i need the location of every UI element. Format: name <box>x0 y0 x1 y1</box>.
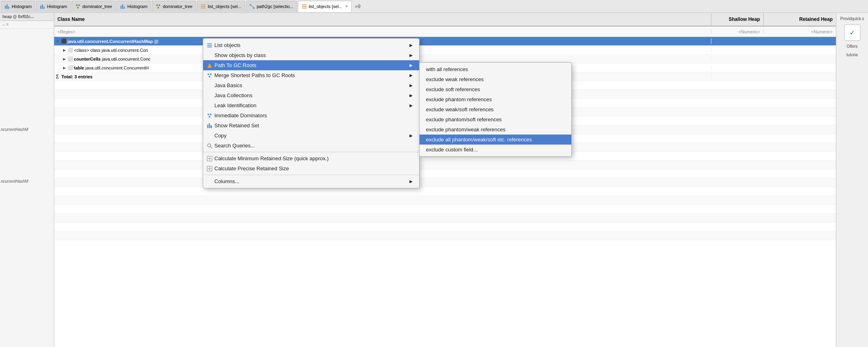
submenu-item-excl-weak[interactable]: exclude weak references <box>420 74 571 84</box>
table-row <box>54 205 836 214</box>
left-panel-title: heap @ 0xf02c... <box>0 13 54 21</box>
menu-label: Search Queries... <box>214 143 255 149</box>
menu-item-columns[interactable]: Columns... ▶ <box>203 176 419 186</box>
menu-item-search-queries[interactable]: Search Queries... <box>203 141 419 151</box>
tab-dominator-1[interactable]: dominator_tree <box>71 1 116 12</box>
class-icon: ⬜ <box>67 65 73 70</box>
tab-histogram-2[interactable]: Histogram <box>36 1 71 12</box>
tab-close-button[interactable]: ✕ <box>345 4 348 8</box>
context-menu: List objects ▶ Show objects by class ▶ P… <box>203 38 420 188</box>
right-panel-line4: tutoria <box>847 52 858 57</box>
svg-rect-14 <box>157 7 159 8</box>
show-retained-icon <box>206 122 213 129</box>
tab-label-6: list_objects [sel... <box>208 4 241 9</box>
submenu-arrow: ▶ <box>410 179 413 184</box>
expand-arrow[interactable]: ▶ <box>63 57 66 61</box>
tab-histogram-3[interactable]: Histogram <box>116 1 151 12</box>
svg-rect-10 <box>122 4 123 9</box>
menu-label: Immediate Dominators <box>214 112 267 118</box>
histogram-icon-3 <box>120 4 126 9</box>
submenu-item-excl-phantom[interactable]: exclude phantom references <box>420 94 571 104</box>
menu-item-copy[interactable]: Copy ▶ <box>203 131 419 141</box>
menu-item-immediate-dom[interactable]: Immediate Dominators <box>203 110 419 120</box>
menu-item-calc-precise[interactable]: Calculate Precise Retained Size <box>203 163 419 174</box>
menu-item-java-basics[interactable]: Java Basics ▶ <box>203 80 419 90</box>
submenu-label: exclude weak references <box>426 76 484 82</box>
submenu-item-excl-weak-soft[interactable]: exclude weak/soft references <box>420 104 571 114</box>
class-name-text: table java.util.concurrent.ConcurrentH <box>74 65 149 70</box>
table-row <box>54 222 836 231</box>
submenu-item-excl-soft[interactable]: exclude soft references <box>420 84 571 94</box>
submenu-item-excl-custom[interactable]: exclude custom field... <box>420 145 571 155</box>
table-row[interactable]: ▶ ⬜ <class> class java.util.concurrent.C… <box>54 46 836 55</box>
svg-rect-36 <box>210 125 212 128</box>
merge-shortest-icon <box>206 72 213 79</box>
dominator-icon-1 <box>75 4 81 9</box>
class-icon: ⬜ <box>67 47 73 53</box>
checkmark-icon: ✓ <box>850 29 855 37</box>
shallow-heap-column-header[interactable]: Shallow Heap <box>711 13 764 26</box>
expand-arrow[interactable]: ▶ <box>63 66 66 70</box>
submenu-item-excl-all[interactable]: exclude all phantom/weak/soft etc. refer… <box>420 135 571 145</box>
menu-item-path-gc-roots[interactable]: Path To GC Roots ▶ <box>203 60 419 70</box>
right-panel-button[interactable]: ✓ <box>844 24 860 41</box>
svg-rect-21 <box>302 4 307 5</box>
svg-line-20 <box>251 5 254 8</box>
svg-rect-2 <box>8 6 9 9</box>
submenu-item-excl-phantom-weak[interactable]: exclude phantom/weak references <box>420 125 571 135</box>
expand-arrow[interactable]: ▼ <box>56 39 59 43</box>
class-name-column-header[interactable]: Class Name <box>54 13 711 26</box>
menu-item-merge-shortest[interactable]: Merge Shortest Paths to GC Roots ▶ <box>203 70 419 80</box>
expand-arrow[interactable]: ▶ <box>63 48 66 52</box>
svg-rect-16 <box>201 6 206 7</box>
menu-label: Show objects by class <box>214 52 266 58</box>
svg-rect-32 <box>210 114 212 115</box>
columns-icon <box>206 178 213 185</box>
table-row[interactable]: ▼ ⬛ java.util.concurrent.ConcurrentHashM… <box>54 37 836 46</box>
more-tabs-button[interactable]: »9 <box>352 3 363 9</box>
menu-item-show-objects[interactable]: Show objects by class ▶ <box>203 50 419 60</box>
tab-list-1[interactable]: list_objects [sel... <box>197 1 245 12</box>
svg-marker-27 <box>207 63 212 68</box>
tab-histogram-1[interactable]: Histogram <box>1 1 35 12</box>
menu-item-show-retained[interactable]: Show Retained Set <box>203 120 419 131</box>
class-name-text: counterCells java.util.concurrent.Conc <box>74 57 151 61</box>
submenu-item-excl-phantom-soft[interactable]: exclude phantom/soft references <box>420 114 571 125</box>
svg-rect-23 <box>302 8 307 8</box>
class-icon: ⬜ <box>67 56 73 61</box>
copy-icon <box>206 133 213 139</box>
right-panel-line1: Providquick.s <box>840 16 864 21</box>
java-collections-icon <box>206 92 213 99</box>
tab-path2gc[interactable]: path2gc [selectio... <box>246 1 297 12</box>
tab-dominator-2[interactable]: dominator_tree <box>152 1 196 12</box>
tab-bar: Histogram Histogram dominator_tree Histo… <box>0 0 868 13</box>
menu-item-java-collections[interactable]: Java Collections ▶ <box>203 90 419 100</box>
dominator-icon-2 <box>155 4 161 9</box>
svg-rect-28 <box>208 73 209 75</box>
calc-min-icon <box>206 155 213 162</box>
retained-heap-filter[interactable]: <Numeric> <box>764 29 836 34</box>
equals-icon: = <box>6 22 9 27</box>
menu-item-list-objects[interactable]: List objects ▶ <box>203 40 419 50</box>
submenu-label: exclude custom field... <box>426 147 478 153</box>
collapse-controls[interactable]: – = <box>0 21 54 29</box>
menu-item-calc-min[interactable]: Calculate Minimum Retained Size (quick a… <box>203 153 419 163</box>
retained-heap-column-header[interactable]: Retained Heap <box>764 13 836 26</box>
right-panel-line3: Offers <box>847 44 858 49</box>
submenu-label: with all references <box>426 66 468 72</box>
submenu-arrow: ▶ <box>410 83 413 88</box>
svg-rect-3 <box>40 6 41 9</box>
shallow-heap-filter[interactable]: <Numeric> <box>711 29 764 34</box>
tab-label-7: path2gc [selectio... <box>257 4 293 9</box>
class-name-filter[interactable]: <Regex> <box>54 29 711 34</box>
svg-rect-34 <box>207 125 208 128</box>
svg-rect-25 <box>207 45 212 46</box>
menu-item-leak-id[interactable]: Leak Identification ▶ <box>203 100 419 110</box>
path2gc-icon <box>249 4 255 9</box>
svg-rect-17 <box>201 8 206 8</box>
submenu-item-with-all[interactable]: with all references <box>420 64 571 74</box>
list-objects-icon <box>206 42 213 49</box>
svg-rect-29 <box>210 73 212 75</box>
submenu-label: exclude all phantom/weak/soft etc. refer… <box>426 137 532 143</box>
tab-list-2[interactable]: list_objects [sel... ✕ <box>298 1 352 12</box>
